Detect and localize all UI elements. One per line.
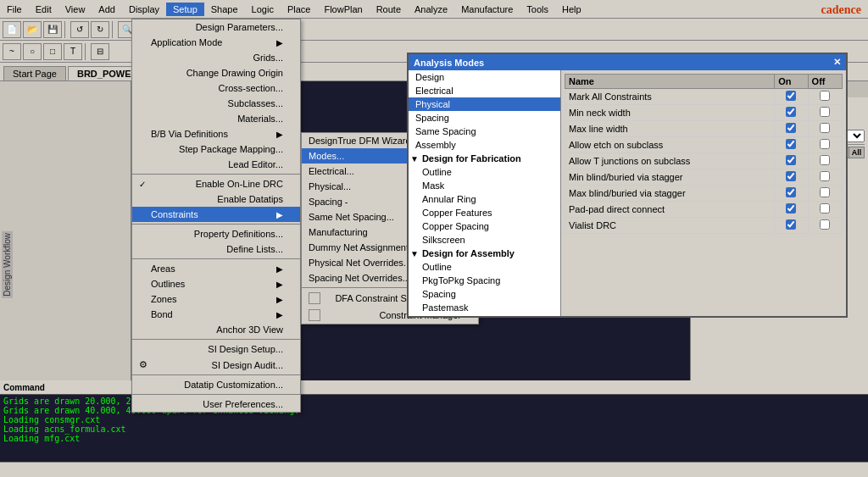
menu-flowplan[interactable]: FlowPlan: [317, 3, 369, 16]
mark-all-check[interactable]: [786, 91, 796, 101]
mark-all-off-check[interactable]: [820, 91, 830, 101]
max-line-check[interactable]: [786, 123, 796, 133]
tree-pkgtopkg[interactable]: PkgToPkg Spacing: [409, 274, 560, 287]
tree-same-net-spacing[interactable]: Same Spacing: [409, 125, 560, 138]
vialist-off-check[interactable]: [820, 219, 830, 230]
redo-btn[interactable]: ↻: [91, 21, 109, 38]
shape-btn[interactable]: □: [43, 43, 62, 60]
setup-si-audit[interactable]: ⚙ SI Design Audit...: [132, 357, 300, 373]
pad-direct-off-check[interactable]: [820, 203, 830, 214]
allow-etch-check[interactable]: [786, 139, 796, 149]
tree-silkscreen[interactable]: Silkscreen: [409, 233, 560, 247]
allow-t-on[interactable]: [775, 153, 808, 169]
setup-anchor-3d[interactable]: Anchor 3D View: [132, 322, 300, 337]
filter-btn[interactable]: ⊟: [91, 43, 109, 60]
setup-datatip-custom[interactable]: Datatip Customization...: [132, 377, 300, 392]
tree-annular-ring[interactable]: Annular Ring: [409, 192, 560, 206]
tree-physical[interactable]: Physical: [409, 97, 560, 111]
allow-etch-on[interactable]: [775, 137, 808, 153]
max-line-on[interactable]: [775, 121, 808, 137]
menu-tools[interactable]: Tools: [520, 3, 555, 16]
tree-spacing2[interactable]: Spacing: [409, 287, 560, 301]
setup-via-def[interactable]: B/B Via Definitions▶: [132, 126, 300, 141]
min-blind-off-check[interactable]: [820, 171, 830, 181]
tree-design-assembly[interactable]: ▼Design for Assembly: [409, 247, 560, 260]
allow-etch-off[interactable]: [808, 137, 842, 153]
allow-t-off[interactable]: [808, 153, 842, 169]
menu-shape[interactable]: Shape: [204, 3, 245, 16]
menu-manufacture[interactable]: Manufacture: [454, 3, 520, 16]
setup-lead-editor[interactable]: Lead Editor...: [132, 157, 300, 172]
min-neck-off[interactable]: [808, 105, 842, 121]
open-btn[interactable]: 📂: [23, 21, 42, 38]
tree-design-test[interactable]: ▶Design for Test: [409, 314, 560, 316]
menu-setup[interactable]: Setup: [166, 3, 204, 16]
via-btn[interactable]: ○: [23, 43, 42, 60]
setup-bond[interactable]: Bond▶: [132, 307, 300, 322]
tree-design[interactable]: Design: [409, 70, 560, 84]
setup-change-drawing[interactable]: Change Drawing Origin: [132, 65, 300, 80]
min-blind-on[interactable]: [775, 169, 808, 186]
setup-subclasses[interactable]: Subclasses...: [132, 96, 300, 111]
min-neck-check[interactable]: [786, 107, 796, 117]
setup-online-drc[interactable]: ✓Enable On-Line DRC: [132, 176, 300, 191]
menu-file[interactable]: File: [0, 3, 29, 16]
tree-electrical[interactable]: Electrical: [409, 84, 560, 97]
tree-copper-spacing[interactable]: Copper Spacing: [409, 219, 560, 233]
setup-prop-def[interactable]: Property Definitions...: [132, 226, 300, 241]
tree-outline1[interactable]: Outline: [409, 165, 560, 179]
tree-copper-features[interactable]: Copper Features: [409, 206, 560, 219]
tree-pastemask[interactable]: Pastemask: [409, 301, 560, 314]
setup-define-lists[interactable]: Define Lists...: [132, 241, 300, 257]
pad-direct-check[interactable]: [786, 203, 796, 214]
setup-materials[interactable]: Materials...: [132, 111, 300, 126]
min-blind-check[interactable]: [786, 171, 796, 181]
min-neck-on[interactable]: [775, 105, 808, 121]
setup-user-prefs[interactable]: User Preferences...: [132, 397, 300, 412]
pad-direct-on[interactable]: [775, 202, 808, 218]
tree-spacing[interactable]: Spacing: [409, 111, 560, 125]
menu-display[interactable]: Display: [122, 3, 166, 16]
save-btn[interactable]: 💾: [43, 21, 62, 38]
min-blind-off[interactable]: [808, 169, 842, 186]
new-btn[interactable]: 📄: [3, 21, 21, 38]
tree-mask[interactable]: Mask: [409, 179, 560, 192]
setup-app-mode[interactable]: Application Mode▶: [132, 35, 300, 50]
modal-close-btn[interactable]: ✕: [833, 57, 841, 68]
menu-analyze[interactable]: Analyze: [408, 3, 454, 16]
allow-t-off-check[interactable]: [820, 155, 830, 165]
route-btn[interactable]: ~: [3, 43, 21, 60]
max-blind-on[interactable]: [775, 186, 808, 202]
max-blind-off[interactable]: [808, 186, 842, 202]
text-btn[interactable]: T: [64, 43, 82, 60]
setup-datatips[interactable]: Enable Datatips: [132, 191, 300, 207]
setup-outlines[interactable]: Outlines▶: [132, 276, 300, 291]
pad-direct-off[interactable]: [808, 202, 842, 218]
max-blind-off-check[interactable]: [820, 187, 830, 197]
setup-design-params[interactable]: Design Parameters...: [132, 19, 300, 35]
max-line-off[interactable]: [808, 121, 842, 137]
min-neck-off-check[interactable]: [820, 107, 830, 117]
tree-design-fab[interactable]: ▼Design for Fabrication: [409, 152, 560, 165]
menu-place[interactable]: Place: [281, 3, 318, 16]
tab-start-page[interactable]: Start Page: [3, 66, 66, 80]
allow-t-check[interactable]: [786, 155, 796, 165]
menu-route[interactable]: Route: [370, 3, 408, 16]
menu-help[interactable]: Help: [555, 3, 588, 16]
allow-etch-off-check[interactable]: [820, 139, 830, 149]
vialist-on[interactable]: [775, 218, 808, 234]
tree-assembly[interactable]: Assembly: [409, 138, 560, 152]
mark-all-off[interactable]: [808, 89, 842, 105]
menu-add[interactable]: Add: [92, 3, 122, 16]
setup-si-design[interactable]: SI Design Setup...: [132, 341, 300, 357]
setup-areas[interactable]: Areas▶: [132, 261, 300, 276]
setup-zones[interactable]: Zones▶: [132, 291, 300, 307]
mark-all-on[interactable]: [775, 89, 808, 105]
max-line-off-check[interactable]: [820, 123, 830, 133]
setup-constraints[interactable]: Constraints▶: [132, 207, 300, 222]
tree-outline2[interactable]: Outline: [409, 260, 560, 274]
menu-logic[interactable]: Logic: [245, 3, 281, 16]
setup-step-pkg[interactable]: Step Package Mapping...: [132, 141, 300, 157]
undo-btn[interactable]: ↺: [70, 21, 89, 38]
max-blind-check[interactable]: [786, 187, 796, 197]
